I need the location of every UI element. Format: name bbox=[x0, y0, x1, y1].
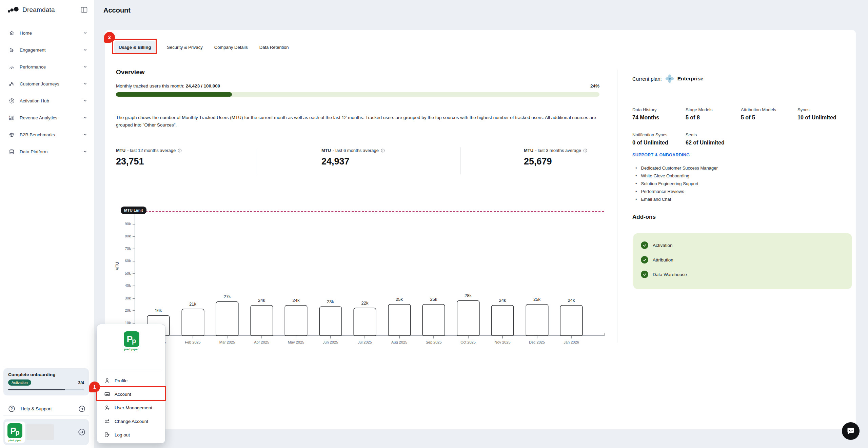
bar-value-label: 21k bbox=[179, 301, 206, 307]
sidebar-item-b2b-benchmarks[interactable]: B2B Benchmarks bbox=[0, 126, 94, 143]
plan-stat-value: 10 of Unlimited bbox=[797, 115, 836, 121]
annotation-badge-2: 2 bbox=[104, 32, 115, 43]
current-plan-name: Enterprise bbox=[677, 76, 704, 82]
bar-value-label: 25k bbox=[524, 297, 551, 302]
tab-usage-billing[interactable]: Usage & Billing bbox=[114, 41, 155, 54]
sidebar-item-data-platform[interactable]: Data Platform bbox=[0, 143, 94, 160]
x-tick-label: Dec 2025 bbox=[521, 340, 553, 344]
y-tick-mark bbox=[133, 261, 135, 261]
stat-value: 25,679 bbox=[524, 156, 588, 167]
tab-data-retention[interactable]: Data Retention bbox=[259, 41, 289, 54]
menu-item-label: Profile bbox=[115, 378, 127, 383]
logo-letter: p bbox=[132, 337, 136, 344]
y-tick-mark bbox=[133, 236, 135, 237]
y-tick-mark bbox=[133, 273, 135, 274]
plan-stat-label: Notification Syncs bbox=[632, 132, 668, 137]
usage-progress bbox=[116, 92, 599, 97]
stat-label: MTU - last 12 months average bbox=[116, 148, 182, 153]
info-icon[interactable] bbox=[583, 148, 588, 153]
bar-mar-2025[interactable] bbox=[216, 302, 238, 335]
x-tick-mark bbox=[261, 336, 262, 338]
chat-launcher-button[interactable] bbox=[842, 422, 860, 440]
sidebar-item-label: Activation Hub bbox=[20, 98, 83, 103]
addon-attribution: Attribution bbox=[641, 256, 673, 264]
annotation-badge-1: 1 bbox=[89, 382, 100, 392]
mtu-limit-line bbox=[135, 211, 604, 212]
stat-label: MTU - last 3 months average bbox=[524, 148, 588, 153]
y-tick-mark bbox=[133, 249, 135, 249]
onboarding-progress-fill bbox=[8, 389, 65, 390]
x-tick-mark bbox=[433, 336, 434, 338]
pied-piper-logo-text: pied piper bbox=[124, 348, 139, 351]
sidebar-item-revenue-analytics[interactable]: $ Revenue Analytics bbox=[0, 109, 94, 126]
bar-value-label: 16k bbox=[145, 308, 172, 313]
plan-stat-value: 0 of Unlimited bbox=[632, 140, 668, 146]
y-axis-line bbox=[135, 209, 135, 336]
dreamdata-logo-icon bbox=[7, 6, 20, 14]
bar-jul-2025[interactable] bbox=[354, 308, 376, 335]
sidebar-nav: Home Engagement Performance Customer Jou… bbox=[0, 24, 94, 160]
tabs: Usage & Billing Security & Privacy Compa… bbox=[114, 40, 289, 54]
bar-value-label: 25k bbox=[420, 297, 447, 302]
x-tick-label: Jan 2026 bbox=[555, 340, 588, 344]
sidebar-header: Dreamdata bbox=[0, 0, 94, 20]
tab-company-details[interactable]: Company Details bbox=[214, 41, 248, 54]
info-icon[interactable] bbox=[380, 148, 385, 153]
y-tick-mark bbox=[133, 224, 135, 225]
arrow-right-circle-icon[interactable] bbox=[78, 428, 85, 436]
menu-item-change-account[interactable]: Change Account bbox=[97, 414, 166, 428]
bar-value-label: 25k bbox=[386, 297, 413, 302]
sidebar-item-label: Customer Journeys bbox=[20, 81, 83, 86]
sidebar-collapse-icon[interactable] bbox=[80, 6, 88, 14]
sidebar-item-label: Performance bbox=[20, 64, 83, 70]
bar-nov-2025[interactable] bbox=[492, 306, 513, 335]
x-tick-label: Nov 2025 bbox=[486, 340, 519, 344]
bar-dec-2025[interactable] bbox=[526, 305, 548, 335]
sidebar-item-engagement[interactable]: Engagement bbox=[0, 41, 94, 58]
x-tick-label: May 2025 bbox=[280, 340, 312, 344]
menu-item-user-management[interactable]: User Management bbox=[97, 401, 166, 414]
bullet: • bbox=[635, 173, 637, 178]
onboarding-badge: Activation bbox=[8, 379, 31, 386]
arrow-right-circle-icon[interactable] bbox=[78, 405, 85, 412]
support-onboarding-link[interactable]: SUPPORT & ONBOARDING bbox=[632, 153, 690, 157]
help-support-button[interactable]: ? Help & Support bbox=[3, 401, 89, 416]
menu-item-log-out[interactable]: Log out bbox=[97, 428, 166, 442]
gauge-icon bbox=[9, 64, 15, 70]
menu-item-profile[interactable]: Profile bbox=[97, 374, 166, 387]
sidebar-item-home[interactable]: Home bbox=[0, 24, 94, 41]
bar-apr-2025[interactable] bbox=[251, 306, 273, 335]
bar-oct-2025[interactable] bbox=[457, 301, 479, 335]
menu-item-label: Change Account bbox=[115, 419, 148, 424]
plan-stat-value: 5 of 5 bbox=[741, 115, 776, 121]
usage-prefix: Monthly tracked users this month: bbox=[116, 83, 184, 89]
info-icon[interactable] bbox=[177, 148, 182, 153]
chevron-down-icon bbox=[83, 31, 87, 35]
tab-security-privacy[interactable]: Security & Privacy bbox=[167, 41, 202, 54]
bar-jun-2025[interactable] bbox=[320, 307, 341, 335]
sidebar-item-customer-journeys[interactable]: Customer Journeys bbox=[0, 75, 94, 92]
support-item: •Email and Chat bbox=[635, 197, 718, 204]
addons-heading: Add-ons bbox=[632, 214, 656, 220]
y-tick-label: 20k bbox=[112, 308, 131, 312]
bar-jan-2026[interactable] bbox=[560, 306, 582, 335]
x-axis-line bbox=[135, 335, 605, 336]
bar-aug-2025[interactable] bbox=[389, 305, 410, 335]
sidebar-item-activation-hub[interactable]: Activation Hub bbox=[0, 92, 94, 109]
workspace-switcher[interactable]: Pp pied piper bbox=[3, 419, 89, 445]
support-item: •Solution Engineering Support bbox=[635, 181, 718, 189]
bar-may-2025[interactable] bbox=[285, 306, 307, 335]
x-tick-label: Oct 2025 bbox=[452, 340, 485, 344]
check-circle-icon bbox=[641, 271, 648, 278]
menu-item-label: Account bbox=[115, 392, 131, 397]
home-icon bbox=[9, 30, 15, 36]
y-tick-label: 30k bbox=[112, 296, 131, 300]
sidebar-item-performance[interactable]: Performance bbox=[0, 58, 94, 75]
menu-item-account[interactable]: Account bbox=[97, 387, 166, 401]
x-tick-label: Apr 2025 bbox=[245, 340, 278, 344]
bar-feb-2025[interactable] bbox=[182, 309, 204, 335]
y-tick-label: 50k bbox=[112, 271, 131, 275]
bar-sep-2025[interactable] bbox=[423, 305, 445, 335]
sidebar: Dreamdata Home Engagement Performance bbox=[0, 0, 94, 448]
onboarding-card[interactable]: Complete onboarding Activation 3/4 bbox=[3, 368, 89, 395]
